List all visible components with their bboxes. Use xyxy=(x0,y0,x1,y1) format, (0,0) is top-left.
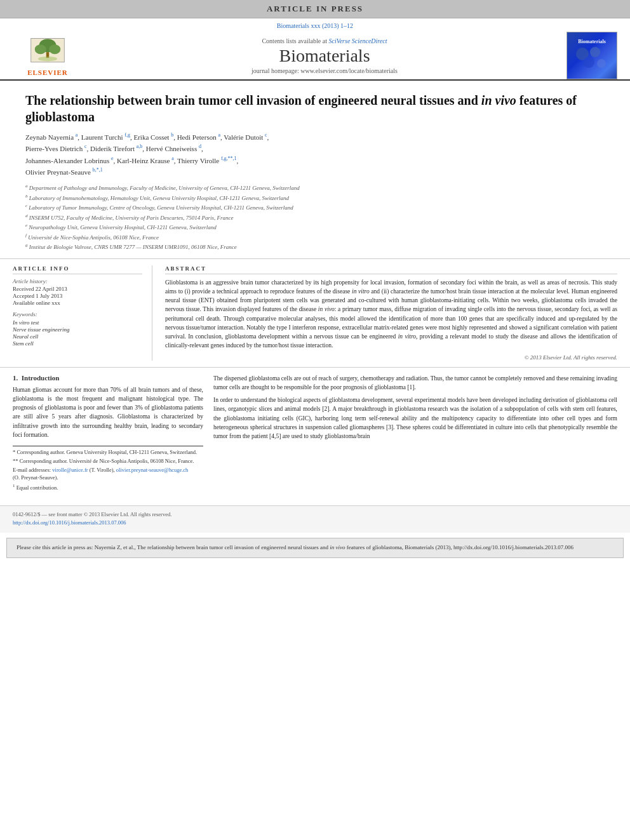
page: ARTICLE IN PRESS Biomaterials xxx (2013)… xyxy=(0,0,630,840)
keywords-label: Keywords: xyxy=(13,311,142,317)
article-info-header: ARTICLE INFO xyxy=(13,265,142,274)
footnote-3: E-mail addresses: virolle@unice.fr (T. V… xyxy=(13,467,203,482)
svg-point-7 xyxy=(590,47,600,57)
sciverse-line: Contents lists available at SciVerse Sci… xyxy=(89,37,560,44)
footnote-1: * Corresponding author. Geneva Universit… xyxy=(13,449,203,457)
keyword-1: In vitro test xyxy=(13,319,142,326)
elsevier-brand-text: ELSEVIER xyxy=(27,69,68,76)
affiliations-list: a Department of Pathology and Immunology… xyxy=(25,183,605,252)
doi-link[interactable]: http://dx.doi.org/10.1016/j.biomaterials… xyxy=(13,519,126,526)
journal-header-inner: ELSEVIER Contents lists available at Sci… xyxy=(13,32,617,79)
section-name: Introduction xyxy=(22,374,60,382)
footnote-2: ** Corresponding author. Université de N… xyxy=(13,458,203,465)
elsevier-logo: ELSEVIER xyxy=(13,36,83,76)
keyword-2: Nerve tissue engineering xyxy=(13,326,142,333)
abstract-column: ABSTRACT Glioblastoma is an aggressive b… xyxy=(165,265,617,361)
copyright-line: © 2013 Elsevier Ltd. All rights reserved… xyxy=(165,354,617,361)
article-title-section: The relationship between brain tumor cel… xyxy=(0,81,630,259)
article-info-column: ARTICLE INFO Article history: Received 2… xyxy=(13,265,152,361)
intro-paragraph-2: The dispersed glioblastoma cells are out… xyxy=(213,374,617,392)
available-online: Available online xxx xyxy=(13,300,142,306)
left-column: 1. Introduction Human gliomas account fo… xyxy=(13,374,203,493)
elsevier-tree-icon xyxy=(29,36,67,67)
journal-title: Biomaterials xyxy=(89,46,560,66)
email-link-1[interactable]: virolle@unice.fr xyxy=(52,467,88,473)
svg-point-2 xyxy=(35,44,46,54)
cover-art-icon xyxy=(573,44,611,73)
keyword-4: Stem cell xyxy=(13,340,142,347)
journal-homepage: journal homepage: www.elsevier.com/locat… xyxy=(89,67,560,74)
introduction-title: 1. Introduction xyxy=(13,374,203,382)
sciverse-link[interactable]: SciVerse ScienceDirect xyxy=(328,37,387,44)
accepted-date: Accepted 1 July 2013 xyxy=(13,293,142,299)
received-date: Received 22 April 2013 xyxy=(13,286,142,292)
keywords-section: Keywords: In vitro test Nerve tissue eng… xyxy=(13,311,142,347)
cite-bar: Please cite this article in press as: Na… xyxy=(6,538,624,558)
cover-label: Biomaterials xyxy=(578,39,606,44)
info-abstract-section: ARTICLE INFO Article history: Received 2… xyxy=(0,259,630,368)
authors-list: Zeynab Nayernia a, Laurent Turchi f,g, E… xyxy=(25,131,605,178)
doi-line: http://dx.doi.org/10.1016/j.biomaterials… xyxy=(13,519,617,526)
svg-point-8 xyxy=(583,57,594,68)
main-content: 1. Introduction Human gliomas account fo… xyxy=(0,368,630,500)
banner-text: ARTICLE IN PRESS xyxy=(267,4,363,13)
svg-point-9 xyxy=(597,59,606,68)
svg-point-3 xyxy=(49,44,60,54)
right-column: The dispersed glioblastoma cells are out… xyxy=(213,374,617,493)
history-label: Article history: xyxy=(13,278,142,284)
bottom-bar: 0142-9612/$ — see front matter © 2013 El… xyxy=(0,505,630,533)
footnote-section: * Corresponding author. Geneva Universit… xyxy=(13,446,203,491)
intro-paragraph-3: In order to understand the biological as… xyxy=(213,396,617,441)
journal-center: Contents lists available at SciVerse Sci… xyxy=(83,35,566,77)
abstract-header: ABSTRACT xyxy=(165,265,617,274)
email-link-2[interactable]: olivier.preynat-seauve@hcuge.ch xyxy=(116,467,189,473)
journal-header: Biomaterials xxx (2013) 1–12 ELSEVIER xyxy=(0,18,630,81)
footnote-4: 1 Equal contribution. xyxy=(13,483,203,492)
section-number: 1. xyxy=(13,374,18,382)
article-title: The relationship between brain tumor cel… xyxy=(25,92,605,125)
abstract-text: Glioblastoma is an aggressive brain tumo… xyxy=(165,278,617,350)
svg-point-5 xyxy=(38,56,57,61)
intro-paragraph-1: Human gliomas account for more than 70% … xyxy=(13,385,203,440)
journal-ref: Biomaterials xxx (2013) 1–12 xyxy=(13,22,617,29)
article-in-press-banner: ARTICLE IN PRESS xyxy=(0,0,630,18)
keyword-3: Neural cell xyxy=(13,333,142,340)
issn-line: 0142-9612/$ — see front matter © 2013 El… xyxy=(13,511,617,517)
journal-cover-image: Biomaterials xyxy=(566,32,617,79)
